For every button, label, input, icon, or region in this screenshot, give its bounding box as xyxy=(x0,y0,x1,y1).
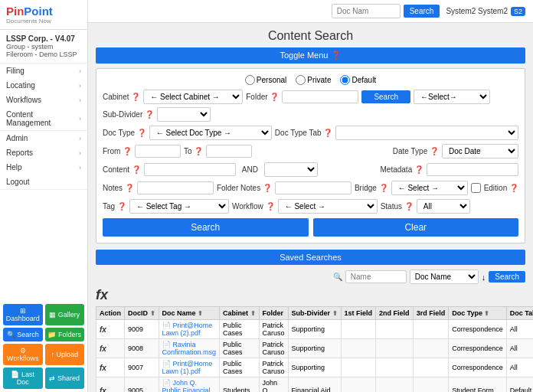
folder-search-button[interactable]: Search xyxy=(361,90,410,103)
docname-cell: 📄John Q. Public Financial Aid Student Fo… xyxy=(159,377,220,393)
field3-cell xyxy=(413,339,449,358)
tag-select[interactable]: ← Select Tag → xyxy=(129,199,229,214)
saved-search-sort-select[interactable]: Doc Name xyxy=(410,270,479,284)
tag-label: Tag ❓ xyxy=(103,202,126,211)
user-info: System2 System2 S2 xyxy=(446,7,525,16)
search-button-nav[interactable]: 🔍 Search xyxy=(3,328,43,341)
sidebar-item-help[interactable]: Help › xyxy=(0,160,87,175)
user-icon: S2 xyxy=(511,7,525,16)
table-header-row: Action DocID ⬆ Doc Name ⬆ Cabinet ⬆ Fold… xyxy=(96,307,534,320)
bridge-select[interactable]: ← Select → xyxy=(391,181,468,195)
gallery-button[interactable]: ▦ Gallery xyxy=(45,304,85,325)
docname-cell: 📄Print@Home Lawn (1).pdf xyxy=(159,358,220,377)
workflows-button-nav[interactable]: ⚙ Workflows xyxy=(3,344,43,365)
saved-search-input[interactable] xyxy=(345,270,407,283)
fileroom-name: Fileroom - Demo LSSP xyxy=(6,51,81,58)
from-input[interactable] xyxy=(135,145,181,158)
saved-searches-bar[interactable]: Saved Searches xyxy=(96,250,525,265)
action-cell: fx xyxy=(96,320,125,339)
last-doc-button[interactable]: 📄 Last Doc xyxy=(3,368,43,389)
field1-cell xyxy=(341,377,376,393)
top-search-button[interactable]: Search xyxy=(404,5,440,18)
status-select[interactable]: All xyxy=(417,199,470,214)
admin-chevron: › xyxy=(79,135,81,142)
folder-select[interactable]: ←Select→ xyxy=(414,90,490,104)
subdiv-cell: Supporting xyxy=(288,358,341,377)
field2-cell xyxy=(376,358,414,377)
date-row: From ❓ To ❓ Date Type ❓ Doc Date xyxy=(103,144,518,158)
toggle-menu-bar[interactable]: Toggle Menu ❓ xyxy=(96,47,525,64)
tab-cell: All xyxy=(506,320,533,339)
notes-input[interactable] xyxy=(137,181,214,194)
saved-search-button[interactable]: Search xyxy=(489,271,525,283)
folder-cell: Patrick Caruso xyxy=(259,339,288,358)
col-doctype: Doc Type ⬆ xyxy=(449,307,507,320)
metadata-label: Metadata ❓ xyxy=(381,165,423,174)
field3-cell xyxy=(413,320,449,339)
doc-type-select[interactable]: ← Select Doc Type → xyxy=(149,126,272,140)
shared-button[interactable]: ⇄ Shared xyxy=(45,368,85,389)
date-type-select[interactable]: Doc Date xyxy=(442,144,518,158)
top-bar: Search System2 System2 S2 xyxy=(88,0,533,23)
radio-private-input[interactable] xyxy=(296,75,306,85)
table-row: fx 9008 📄Ravinia Confirmation.msg Public… xyxy=(96,339,534,358)
to-input[interactable] xyxy=(206,145,252,158)
cabinet-select[interactable]: ← Select Cabinet → xyxy=(143,90,243,104)
docid-cell: 9009 xyxy=(125,320,159,339)
sidebar-item-content-management[interactable]: Content Management › xyxy=(0,107,87,130)
col-cabinet: Cabinet ⬆ xyxy=(220,307,260,320)
sidebar-item-workflows[interactable]: Workflows › xyxy=(0,93,87,107)
upload-button[interactable]: ↑ Upload xyxy=(45,344,85,365)
clear-large-button[interactable]: Clear xyxy=(313,218,519,237)
sidebar-item-logout[interactable]: Logout xyxy=(0,175,87,189)
filing-chevron: › xyxy=(79,67,81,75)
doc-type-row: Doc Type ❓ ← Select Doc Type → Doc Type … xyxy=(103,126,518,140)
content-input[interactable] xyxy=(144,163,236,176)
bottom-nav: ⊞ Dashboard ▦ Gallery 🔍 Search 📁 Folders… xyxy=(0,301,87,392)
dashboard-button[interactable]: ⊞ Dashboard xyxy=(3,304,43,325)
content-mgmt-label: Content Management xyxy=(6,110,79,127)
col-field3: 3rd Field xyxy=(413,307,449,320)
edition-checkbox[interactable] xyxy=(471,183,481,193)
reports-chevron: › xyxy=(79,149,81,157)
folder-notes-input[interactable] xyxy=(275,181,352,194)
radio-default-input[interactable] xyxy=(340,75,350,85)
sub-divider-select[interactable] xyxy=(157,107,211,122)
top-search-bar: Search xyxy=(332,4,440,18)
search-name-icon: 🔍 xyxy=(333,273,342,281)
metadata-input[interactable] xyxy=(427,163,518,176)
doc-type-tab-select[interactable] xyxy=(335,126,518,140)
field1-cell xyxy=(341,320,376,339)
company-info: LSSP Corp. - V4.07 Group - system Filero… xyxy=(0,30,87,64)
col-tab: Doc Tab ⬆ xyxy=(506,307,533,320)
workflow-label: Workflow ❓ xyxy=(232,202,275,211)
sidebar-item-admin[interactable]: Admin › xyxy=(0,131,87,145)
folder-input[interactable] xyxy=(282,90,358,103)
radio-default[interactable]: Default xyxy=(340,75,376,85)
locating-chevron: › xyxy=(79,82,81,90)
notes-bridge-row: Notes ❓ Folder Notes ❓ Bridge ❓ ← Select… xyxy=(103,181,518,195)
radio-personal-input[interactable] xyxy=(245,75,255,85)
reports-label: Reports xyxy=(6,149,79,157)
tab-cell: All xyxy=(506,339,533,358)
sidebar-item-filing[interactable]: Filing › xyxy=(0,64,87,78)
folder-label: Folder ❓ xyxy=(246,93,279,101)
workflow-select[interactable]: ← Select → xyxy=(278,199,378,214)
group-name: Group - system xyxy=(6,43,81,51)
sidebar-item-locating[interactable]: Locating › xyxy=(0,78,87,93)
search-large-button[interactable]: Search xyxy=(103,218,309,237)
doc-type-label: Doc Type ❓ xyxy=(103,129,146,137)
folders-button[interactable]: 📁 Folders xyxy=(45,328,85,341)
radio-private[interactable]: Private xyxy=(296,75,331,85)
sidebar: PinPoint Documents Now LSSP Corp. - V4.0… xyxy=(0,0,88,392)
app-logo: PinPoint Documents Now xyxy=(0,0,87,30)
action-cell: fx xyxy=(96,358,125,377)
col-field1: 1st Field xyxy=(341,307,376,320)
top-search-input[interactable] xyxy=(332,4,401,18)
sidebar-item-reports[interactable]: Reports › xyxy=(0,145,87,160)
content-logic-select[interactable] xyxy=(264,162,318,177)
radio-personal[interactable]: Personal xyxy=(245,75,286,85)
col-folder: Folder xyxy=(259,307,288,320)
action-cell: fx xyxy=(96,339,125,358)
notes-label: Notes ❓ xyxy=(103,184,134,192)
